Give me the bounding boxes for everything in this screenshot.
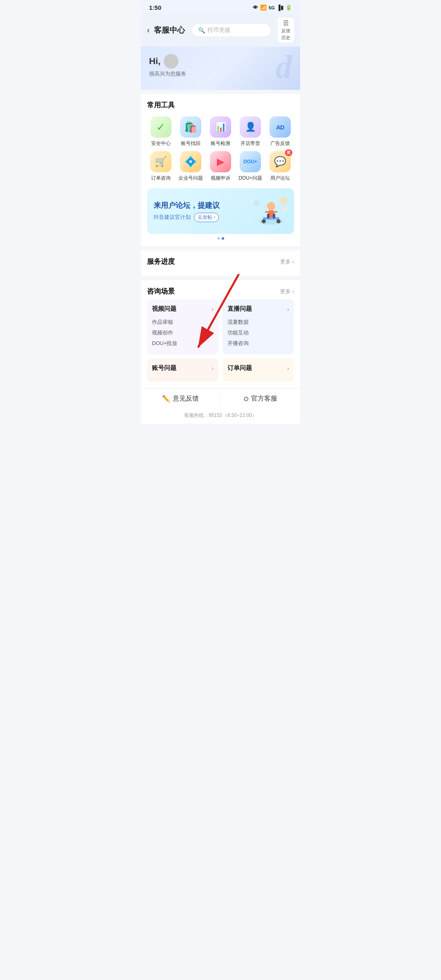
video-icon-bg: ▶ (210, 151, 231, 172)
feedback-label1: 反馈 (281, 28, 290, 34)
scene-video-title: 视频问题 › (152, 305, 214, 313)
tool-account-check[interactable]: 📊 账号检测 (207, 116, 234, 147)
dot-2 (222, 237, 224, 240)
forum-icon-bg: 💬 奖 (270, 151, 291, 172)
scene-live-title: 直播问题 › (227, 305, 289, 313)
svg-point-13 (283, 207, 287, 212)
svg-point-4 (267, 202, 275, 210)
banner-text: 来用户论坛，提建议 抖音建议官计划 去发帖 › (154, 200, 220, 222)
scene-card-live[interactable]: 直播问题 › 流量数据 功能互动 开播咨询 (223, 299, 294, 354)
tool-video[interactable]: ▶ 视频申诉 (207, 151, 234, 182)
hotline-text: 客服热线：95152（8:30~22:00） (141, 409, 300, 424)
tool-label-shop: 开店带货 (241, 140, 260, 147)
hero-greeting: Hi, (149, 54, 292, 69)
banner[interactable]: 来用户论坛，提建议 抖音建议官计划 去发帖 › (147, 188, 294, 234)
banner-dots (147, 237, 294, 240)
check-icon-bg: 📊 (210, 116, 231, 138)
headset-icon: ⊙ (243, 395, 249, 403)
award-badge: 奖 (285, 149, 292, 156)
service-more-link[interactable]: 更多 › (280, 258, 294, 265)
account-icon: 🛍️ (184, 121, 197, 134)
svg-point-12 (279, 197, 287, 205)
tools-title: 常用工具 (147, 100, 294, 110)
status-bar: 1:50 👁 📶 5G ▐▮ 🔋 (141, 0, 300, 13)
tool-forum[interactable]: 💬 奖 用户论坛 (266, 151, 294, 182)
banner-container: 来用户论坛，提建议 抖音建议官计划 去发帖 › (147, 188, 294, 240)
consultation-title: 咨询场景 (147, 287, 175, 296)
scene-card-order[interactable]: 订单问题 › (223, 359, 294, 382)
security-icon: ✓ (156, 121, 165, 134)
tool-label-enterprise: 企业号问题 (178, 175, 203, 182)
service-progress-section: 服务进度 更多 › (141, 250, 300, 276)
video-icon: ▶ (217, 156, 224, 167)
check-icon: 📊 (215, 122, 226, 132)
svg-rect-8 (265, 211, 268, 213)
banner-button[interactable]: 去发帖 › (194, 213, 219, 222)
shop-icon-bg: 👤 (240, 116, 261, 138)
tools-grid: ✓ 安全中心 🛍️ 账号找回 📊 账号检测 👤 开店带货 (147, 116, 294, 182)
feedback-nav-item[interactable]: ✏️ 意见反馈 (141, 389, 220, 409)
status-icons: 👁 📶 5G ▐▮ 🔋 (253, 4, 292, 11)
pencil-icon: ✏️ (162, 395, 170, 403)
service-progress-header: 服务进度 更多 › (147, 257, 294, 266)
scene-video-item-2[interactable]: 视频创作 (152, 327, 214, 338)
tiktok-logo-bg: d (276, 51, 292, 83)
scene-live-item-2[interactable]: 功能互动 (227, 327, 289, 338)
service-nav-item[interactable]: ⊙ 官方客服 (221, 389, 301, 409)
scene-video-item-3[interactable]: DOU+投放 (152, 338, 214, 349)
tool-order[interactable]: 🛒 订单咨询 (147, 151, 175, 182)
status-time: 1:50 (149, 4, 161, 11)
bottom-nav: ✏️ 意见反馈 ⊙ 官方客服 (141, 388, 300, 409)
tool-label-forum: 用户论坛 (270, 175, 290, 182)
signal-icon: ▐▮ (277, 4, 283, 11)
battery-icon: 🔋 (285, 4, 292, 11)
svg-rect-9 (274, 211, 277, 213)
page-title: 客服中心 (154, 25, 185, 36)
search-icon: 🔍 (198, 27, 205, 33)
tool-security[interactable]: ✓ 安全中心 (147, 116, 175, 147)
back-button[interactable]: ‹ (147, 25, 150, 35)
search-placeholder: 抖币充值 (207, 27, 230, 34)
scene-card-video[interactable]: 视频问题 › 作品审核 视频创作 DOU+投放 (147, 299, 218, 354)
enterprise-icon: 💠 (185, 156, 197, 167)
tool-dou[interactable]: DOU+ DOU+问题 (236, 151, 264, 182)
banner-illustration (251, 195, 287, 227)
tool-account-recover[interactable]: 🛍️ 账号找回 (177, 116, 205, 147)
shop-icon: 👤 (245, 122, 256, 132)
ad-icon: AD (276, 124, 284, 131)
consultation-header: 咨询场景 更多 › (147, 287, 294, 296)
ad-icon-bg: AD (270, 116, 291, 138)
feedback-history-button[interactable]: ☰ 反馈 历史 (278, 18, 294, 42)
order-icon: 🛒 (155, 156, 167, 167)
consultation-more-link[interactable]: 更多 › (280, 288, 294, 295)
consultation-section: 咨询场景 更多 › 视频问题 › 作品审核 视频创作 DOU+投放 直播问题 ›… (141, 280, 300, 388)
scene-live-item-1[interactable]: 流量数据 (227, 317, 289, 327)
feedback-nav-label: 意见反馈 (173, 394, 199, 403)
svg-point-2 (262, 219, 266, 223)
tool-label-check: 账号检测 (211, 140, 230, 147)
security-icon-bg: ✓ (150, 116, 172, 138)
hero-subtitle: 很高兴为您服务 (149, 70, 292, 78)
dou-icon: DOU+ (243, 159, 257, 165)
5g-icon: 5G (269, 5, 275, 10)
tool-label-dou: DOU+问题 (238, 175, 262, 182)
svg-rect-7 (273, 214, 275, 218)
tool-ad[interactable]: AD 广告反馈 (266, 116, 294, 147)
scene-live-item-3[interactable]: 开播咨询 (227, 338, 289, 349)
service-progress-title: 服务进度 (147, 257, 175, 266)
hero-section: Hi, 很高兴为您服务 d (141, 47, 300, 90)
banner-main-text: 来用户论坛，提建议 (154, 200, 220, 210)
search-bar[interactable]: 🔍 抖币充值 (192, 24, 270, 36)
tool-label-security: 安全中心 (151, 140, 171, 147)
scene-video-item-1[interactable]: 作品审核 (152, 317, 214, 327)
enterprise-icon-bg: 💠 (180, 151, 201, 172)
scene-card-account[interactable]: 账号问题 › (147, 359, 218, 382)
chevron-icon-order: › (287, 365, 289, 372)
tool-enterprise[interactable]: 💠 企业号问题 (177, 151, 205, 182)
account-icon-bg: 🛍️ (180, 116, 201, 138)
feedback-icon: ☰ (283, 19, 289, 27)
avatar (164, 54, 178, 69)
scene-account-title: 账号问题 › (152, 364, 214, 372)
svg-point-10 (254, 200, 260, 206)
tool-shop[interactable]: 👤 开店带货 (236, 116, 264, 147)
